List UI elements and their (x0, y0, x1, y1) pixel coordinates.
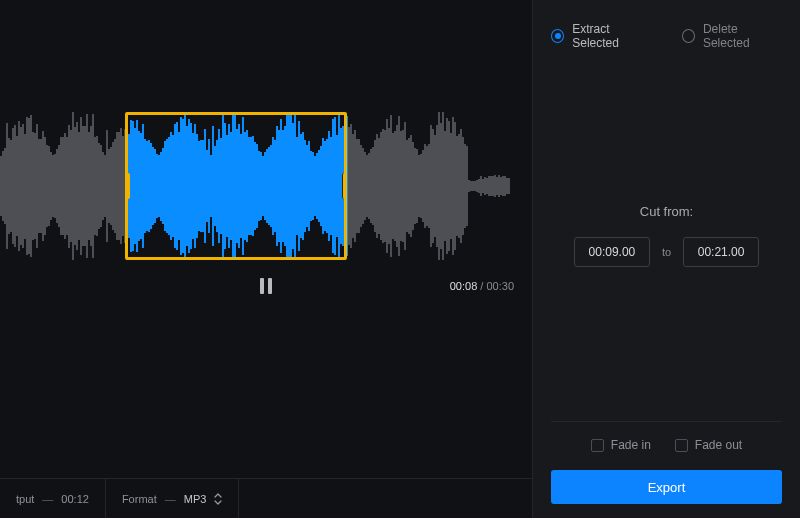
output-cell: tput — 00:12 (0, 479, 106, 518)
current-time: 00:08 (450, 280, 478, 292)
side-panel: Extract Selected Delete Selected Cut fro… (532, 0, 800, 518)
export-button[interactable]: Export (551, 470, 782, 504)
cut-from-label: Cut from: (640, 204, 693, 219)
format-cell[interactable]: Format — MP3 (106, 479, 239, 518)
format-value: MP3 (184, 493, 207, 505)
checkbox-icon (675, 439, 688, 452)
output-dash: — (42, 493, 53, 505)
format-label: Format (122, 493, 157, 505)
cut-to-label: to (662, 246, 671, 258)
output-duration: 00:12 (61, 493, 89, 505)
output-label: tput (16, 493, 34, 505)
radio-delete-selected[interactable]: Delete Selected (682, 22, 782, 50)
chevron-updown-icon[interactable] (214, 493, 222, 505)
radio-extract-selected[interactable]: Extract Selected (551, 22, 654, 50)
format-dash: — (165, 493, 176, 505)
fade-options: Fade in Fade out (551, 421, 782, 452)
checkbox-icon (591, 439, 604, 452)
fade-out-label: Fade out (695, 438, 742, 452)
radio-icon (551, 29, 564, 43)
cut-section: Cut from: 00:09.00 to 00:21.00 (533, 50, 800, 421)
cut-from-input[interactable]: 00:09.00 (574, 237, 650, 267)
cut-to-input[interactable]: 00:21.00 (683, 237, 759, 267)
total-time: 00:30 (486, 280, 514, 292)
waveform[interactable] (0, 112, 510, 260)
fade-out-checkbox[interactable]: Fade out (675, 438, 742, 452)
radio-label: Extract Selected (572, 22, 654, 50)
fade-in-label: Fade in (611, 438, 651, 452)
fade-in-checkbox[interactable]: Fade in (591, 438, 651, 452)
waveform-area[interactable] (0, 112, 510, 260)
player-controls: 00:08 / 00:30 (0, 274, 532, 298)
mode-selector: Extract Selected Delete Selected (533, 0, 800, 50)
radio-label: Delete Selected (703, 22, 782, 50)
time-readout: 00:08 / 00:30 (450, 280, 514, 292)
footer-bar: tput — 00:12 Format — MP3 (0, 478, 532, 518)
radio-icon (682, 29, 695, 43)
pause-button[interactable] (260, 278, 272, 294)
editor-pane: 00:08 / 00:30 tput — 00:12 Format — MP3 (0, 0, 532, 518)
